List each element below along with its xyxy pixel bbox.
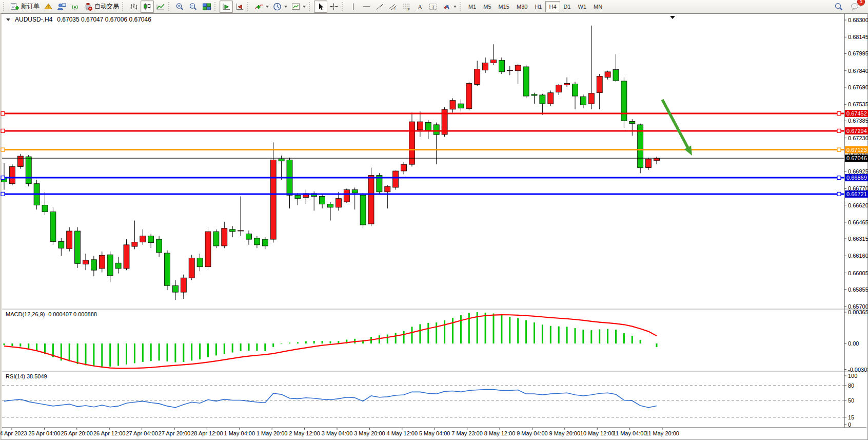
svg-text:5 May 04:00: 5 May 04:00: [419, 430, 450, 436]
svg-text:0.65855: 0.65855: [848, 286, 868, 293]
svg-text:25 Apr 04:00: 25 Apr 04:00: [28, 430, 60, 436]
mt4-application: 新订单自动交易EFATM1M5M15M30H1H4D1W1MN1 0.68300…: [0, 0, 868, 440]
svg-text:0.66869: 0.66869: [846, 175, 867, 181]
svg-text:0.67840: 0.67840: [848, 68, 868, 74]
svg-text:0.66925: 0.66925: [848, 168, 868, 175]
svg-text:-0.00303: -0.00303: [848, 367, 868, 373]
svg-text:27 Apr 20:00: 27 Apr 20:00: [159, 430, 190, 436]
svg-text:8 May 12:00: 8 May 12:00: [484, 430, 516, 436]
price-axis[interactable]: 0.683000.681450.679950.678400.676900.675…: [844, 17, 868, 310]
candlestick-series: [2, 26, 660, 300]
svg-text:0.66620: 0.66620: [848, 202, 868, 208]
macd-indicator-label: MACD(12,26,9) -0.000407 0.000888: [6, 311, 97, 317]
svg-text:0.67046: 0.67046: [846, 155, 867, 161]
svg-text:1 May 20:00: 1 May 20:00: [257, 430, 288, 436]
svg-text:26 Apr 12:00: 26 Apr 12:00: [93, 430, 125, 436]
chevron-down-icon[interactable]: [6, 18, 10, 21]
svg-text:3 May 20:00: 3 May 20:00: [354, 430, 385, 436]
time-axis[interactable]: 24 Apr 202325 Apr 04:0025 Apr 20:0026 Ap…: [0, 428, 679, 436]
svg-text:28 Apr 12:00: 28 Apr 12:00: [191, 430, 223, 436]
svg-text:0.67995: 0.67995: [848, 50, 868, 56]
ohlc-values: 0.67035 0.67047 0.67006 0.67046: [57, 16, 151, 23]
svg-text:0.66721: 0.66721: [846, 191, 867, 197]
svg-text:25 Apr 20:00: 25 Apr 20:00: [61, 430, 93, 436]
svg-text:10 May 12:00: 10 May 12:00: [580, 430, 615, 436]
svg-text:7 May 23:00: 7 May 23:00: [451, 430, 483, 436]
svg-text:0.68300: 0.68300: [848, 17, 868, 23]
svg-text:1 May 04:00: 1 May 04:00: [224, 430, 255, 436]
svg-text:0.67385: 0.67385: [848, 118, 868, 124]
svg-text:0.66160: 0.66160: [848, 253, 868, 259]
svg-text:0.66315: 0.66315: [848, 236, 868, 242]
svg-text:0.67294: 0.67294: [846, 128, 867, 134]
svg-text:50: 50: [848, 397, 854, 404]
svg-text:100: 100: [848, 373, 857, 379]
window-menu-icon[interactable]: [670, 16, 675, 19]
svg-text:9 May 04:00: 9 May 04:00: [517, 430, 548, 436]
svg-text:27 Apr 04:00: 27 Apr 04:00: [126, 430, 157, 436]
svg-text:3 May 04:00: 3 May 04:00: [322, 430, 353, 436]
svg-text:0.67123: 0.67123: [846, 147, 867, 153]
svg-text:2 May 12:00: 2 May 12:00: [289, 430, 320, 436]
rsi-indicator-label: RSI(14) 38.5049: [6, 373, 47, 379]
svg-text:0.00: 0.00: [848, 340, 859, 347]
svg-text:0.66465: 0.66465: [848, 219, 868, 225]
svg-text:11 May 20:00: 11 May 20:00: [645, 430, 679, 436]
svg-text:0.003655: 0.003655: [848, 309, 868, 315]
svg-text:0: 0: [848, 422, 851, 428]
chart-title: AUDUSD-,H4 0.67035 0.67047 0.67006 0.670…: [6, 16, 151, 23]
svg-text:0.68145: 0.68145: [848, 34, 868, 40]
macd-panel[interactable]: 0.0036550.00-0.00303: [4, 309, 868, 373]
svg-text:9 May 20:00: 9 May 20:00: [549, 430, 581, 436]
svg-text:4 May 12:00: 4 May 12:00: [387, 430, 418, 436]
svg-text:80: 80: [848, 382, 854, 389]
svg-text:0.67452: 0.67452: [846, 110, 867, 117]
symbol-period-label: AUDUSD-,H4: [15, 16, 52, 23]
svg-text:0.66005: 0.66005: [848, 270, 868, 276]
svg-text:24 Apr 2023: 24 Apr 2023: [0, 430, 27, 436]
svg-text:0.67690: 0.67690: [848, 84, 868, 90]
rsi-line: [4, 390, 657, 408]
trend-arrow-annotation[interactable]: [662, 100, 692, 156]
svg-text:0.67230: 0.67230: [848, 135, 868, 141]
svg-text:15: 15: [848, 414, 854, 420]
chart-canvas[interactable]: 0.683000.681450.679950.678400.676900.675…: [0, 0, 868, 440]
rsi-panel[interactable]: 1008050150: [2, 373, 857, 428]
svg-text:11 May 04:00: 11 May 04:00: [613, 430, 647, 436]
svg-text:0.67535: 0.67535: [848, 101, 868, 107]
